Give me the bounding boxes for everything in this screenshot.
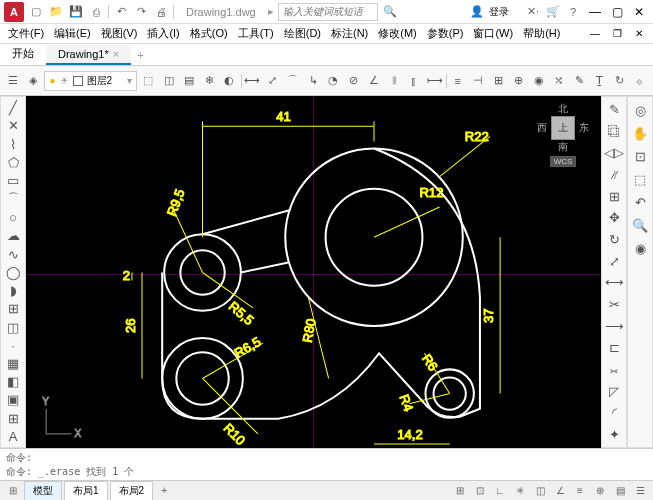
line-tool[interactable]: ╱: [2, 99, 24, 116]
menu-tools[interactable]: 工具(T): [234, 24, 278, 43]
dim-linear-icon[interactable]: ⟷: [243, 70, 261, 92]
osnap-icon[interactable]: ◫: [531, 482, 549, 500]
rect-tool[interactable]: ▭: [2, 172, 24, 189]
ellipsearc-tool[interactable]: ◗: [2, 282, 24, 299]
ellipse-tool[interactable]: ◯: [2, 264, 24, 281]
open-icon[interactable]: 📁: [48, 4, 64, 20]
minimize-button[interactable]: —: [585, 4, 605, 20]
dim-arc-icon[interactable]: ⌒: [284, 70, 302, 92]
dim-aligned-icon[interactable]: ⤢: [264, 70, 282, 92]
undo-icon[interactable]: ↶: [113, 4, 129, 20]
login-label[interactable]: 登录: [489, 5, 509, 19]
ortho-icon[interactable]: ∟: [491, 482, 509, 500]
tab-model[interactable]: 模型: [24, 481, 62, 501]
maximize-button[interactable]: ▢: [607, 4, 627, 20]
dim-ord-icon[interactable]: ↳: [304, 70, 322, 92]
move-tool[interactable]: ✥: [603, 207, 625, 228]
stretch-tool[interactable]: ⟷: [603, 273, 625, 294]
dim-edit-icon[interactable]: ✎: [570, 70, 588, 92]
dim-space-icon[interactable]: ≡: [449, 70, 467, 92]
tolerance-icon[interactable]: ⊞: [489, 70, 507, 92]
redo-icon[interactable]: ↷: [133, 4, 149, 20]
doc-minimize[interactable]: —: [585, 26, 605, 42]
command-line[interactable]: 命令: 命令: _.erase 找到 1 个 ▸ 键入命令: [0, 448, 653, 480]
jog-icon[interactable]: ⤭: [550, 70, 568, 92]
hatch-tool[interactable]: ▦: [2, 355, 24, 372]
doc-restore[interactable]: ❐: [607, 26, 627, 42]
gradient-tool[interactable]: ◧: [2, 373, 24, 390]
layer-off-icon[interactable]: ◐: [220, 70, 238, 92]
steering-icon[interactable]: ◎: [629, 99, 651, 121]
menu-insert[interactable]: 插入(I): [143, 24, 183, 43]
point-tool[interactable]: ·: [2, 337, 24, 354]
layer-iso-icon[interactable]: ▤: [180, 70, 198, 92]
menu-window[interactable]: 窗口(W): [469, 24, 517, 43]
close-button[interactable]: ✕: [629, 4, 649, 20]
save-icon[interactable]: 💾: [68, 4, 84, 20]
dim-tedit-icon[interactable]: Ṯ: [590, 70, 608, 92]
menu-format[interactable]: 格式(O): [186, 24, 232, 43]
layer-selector[interactable]: ●☀ 图层2 ▾: [44, 71, 137, 91]
dim-cont-icon[interactable]: ⟼: [425, 70, 443, 92]
menu-dim[interactable]: 标注(N): [327, 24, 372, 43]
offset-tool[interactable]: ⫽: [603, 164, 625, 185]
block-tool[interactable]: ◫: [2, 318, 24, 335]
center-mark-icon[interactable]: ⊕: [509, 70, 527, 92]
trim-tool[interactable]: ✂: [603, 294, 625, 315]
inspect-icon[interactable]: ◉: [529, 70, 547, 92]
pline-tool[interactable]: ⌇: [2, 135, 24, 152]
insert-tool[interactable]: ⊞: [2, 300, 24, 317]
polar-icon[interactable]: ✳: [511, 482, 529, 500]
orbit-icon[interactable]: ◉: [629, 237, 651, 259]
dim-style-icon[interactable]: ⟐: [631, 70, 649, 92]
drawing-canvas[interactable]: Y X: [26, 96, 601, 448]
dim-diam-icon[interactable]: ⊘: [345, 70, 363, 92]
join-tool[interactable]: ⟗: [603, 359, 625, 380]
tab-layout2[interactable]: 布局2: [110, 481, 154, 501]
search-icon[interactable]: 🔍: [382, 4, 398, 20]
pan-icon[interactable]: ✋: [629, 122, 651, 144]
user-icon[interactable]: 👤: [469, 4, 485, 20]
zoom-win-icon[interactable]: ⬚: [629, 168, 651, 190]
new-icon[interactable]: ▢: [28, 4, 44, 20]
model-space-icon[interactable]: ⊞: [4, 482, 22, 500]
rotate-tool[interactable]: ↻: [603, 229, 625, 250]
dyn-icon[interactable]: ⊕: [591, 482, 609, 500]
layer-props-icon[interactable]: ☰: [4, 70, 22, 92]
break-tool[interactable]: ⊏: [603, 338, 625, 359]
menu-edit[interactable]: 编辑(E): [50, 24, 95, 43]
viewcube-top[interactable]: 上: [551, 116, 575, 140]
erase-tool[interactable]: ✎: [603, 99, 625, 120]
custom-icon[interactable]: ☰: [631, 482, 649, 500]
viewcube[interactable]: 北 西 上 东 南 WCS: [533, 104, 593, 164]
wcs-label[interactable]: WCS: [550, 156, 577, 167]
tab-layout1[interactable]: 布局1: [64, 481, 108, 501]
layout-add-icon[interactable]: +: [155, 482, 173, 500]
menu-file[interactable]: 文件(F): [4, 24, 48, 43]
explode-tool[interactable]: ✦: [603, 424, 625, 445]
dim-update-icon[interactable]: ↻: [610, 70, 628, 92]
menu-help[interactable]: 帮助(H): [519, 24, 564, 43]
scale-tool[interactable]: ⤢: [603, 251, 625, 272]
help-icon[interactable]: ?: [565, 4, 581, 20]
search-input[interactable]: [278, 3, 378, 21]
saveas-icon[interactable]: ⎙: [88, 4, 104, 20]
revcloud-tool[interactable]: ☁: [2, 227, 24, 244]
extend-tool[interactable]: ⟶: [603, 316, 625, 337]
xline-tool[interactable]: ✕: [2, 117, 24, 134]
otrack-icon[interactable]: ∠: [551, 482, 569, 500]
cart-icon[interactable]: 🛒: [545, 4, 561, 20]
print-icon[interactable]: 🖨: [153, 4, 169, 20]
zoom-ext-icon[interactable]: ⊡: [629, 145, 651, 167]
layer-match-icon[interactable]: ⬚: [139, 70, 157, 92]
tab-close-icon[interactable]: ×: [113, 48, 119, 60]
spline-tool[interactable]: ∿: [2, 246, 24, 263]
lwt-icon[interactable]: ≡: [571, 482, 589, 500]
snap-icon[interactable]: ⊡: [471, 482, 489, 500]
doc-close[interactable]: ✕: [629, 26, 649, 42]
tab-start[interactable]: 开始: [0, 43, 46, 66]
zoom-prev-icon[interactable]: ↶: [629, 191, 651, 213]
dim-radius-icon[interactable]: ◔: [324, 70, 342, 92]
menu-view[interactable]: 视图(V): [97, 24, 142, 43]
arc-tool[interactable]: ⌒: [2, 190, 24, 208]
